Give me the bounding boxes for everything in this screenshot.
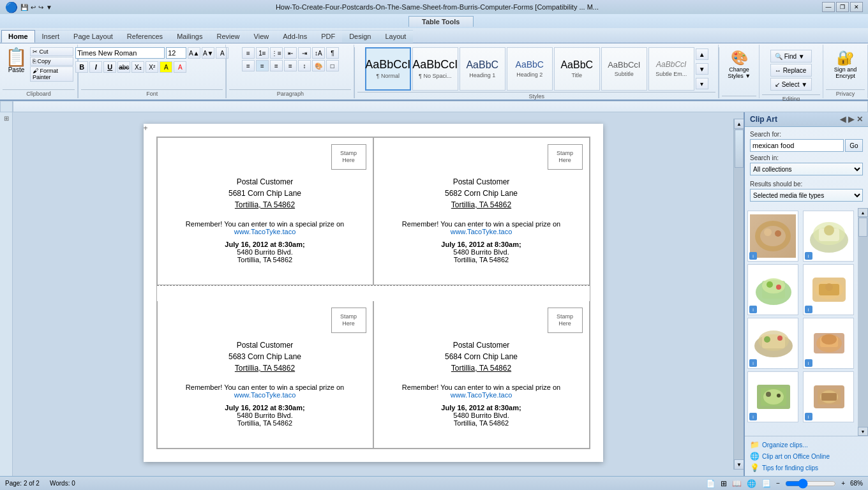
organize-clips-link[interactable]: 📁 Organize clips... (750, 439, 863, 450)
clip-item-6[interactable]: i (803, 318, 854, 369)
url-link-3[interactable]: www.TacoTyke.taco (234, 391, 296, 399)
quick-access-redo[interactable]: ↪ (38, 4, 43, 11)
results-scroll-thumb[interactable] (858, 218, 867, 237)
line-spacing-button[interactable]: ↕ (298, 60, 311, 71)
results-type-dropdown[interactable]: Selected media file types (750, 189, 863, 202)
results-scroll-up[interactable]: ▲ (858, 208, 868, 217)
zoom-out-btn[interactable]: − (776, 480, 780, 487)
clip-item-1[interactable]: i (747, 211, 798, 262)
text-highlight-button[interactable]: A (160, 61, 172, 73)
clip-art-back-button[interactable]: ◀ (840, 115, 846, 124)
multilevel-list-button[interactable]: ⋮≡ (270, 47, 283, 59)
clip-item-5[interactable]: i (747, 318, 798, 369)
subscript-button[interactable]: X₂ (131, 61, 144, 73)
vscroll-up[interactable]: ▲ (734, 119, 744, 129)
styles-scroll-down[interactable]: ▼ (696, 63, 708, 75)
url-link-1[interactable]: www.TacoTyke.taco (234, 228, 296, 235)
clip-art-forward-button[interactable]: ▶ (848, 115, 854, 124)
results-scroll-down[interactable]: ▼ (858, 427, 868, 436)
clip-item-2[interactable]: i (803, 211, 854, 262)
view-read-btn[interactable]: 📖 (732, 479, 742, 488)
font-grow-button[interactable]: A▲ (188, 47, 200, 59)
url-link-4[interactable]: www.TacoTyke.taco (451, 391, 513, 399)
view-print-btn[interactable]: 📄 (706, 479, 715, 488)
quick-access-undo[interactable]: ↩ (31, 4, 36, 11)
quick-access-save[interactable]: 💾 (20, 4, 28, 11)
tips-link[interactable]: 💡 Tips for finding clips (750, 462, 863, 473)
bold-button[interactable]: B (75, 61, 88, 73)
font-name-input[interactable] (75, 47, 165, 59)
font-color-button[interactable]: A (174, 61, 186, 73)
copy-button[interactable]: ⎘ Copy (30, 57, 73, 66)
clip-item-4[interactable]: i (803, 264, 854, 315)
styles-scroll-up[interactable]: ▲ (696, 48, 708, 60)
quick-access-more[interactable]: ▼ (46, 4, 52, 11)
tab-references[interactable]: References (120, 30, 170, 43)
tab-pdf[interactable]: PDF (314, 30, 342, 43)
clip-art-close-button[interactable]: ✕ (857, 115, 863, 124)
search-input[interactable] (750, 139, 844, 152)
restore-button[interactable]: ❐ (836, 2, 849, 12)
justify-button[interactable]: ≡ (284, 60, 297, 71)
office-online-link[interactable]: 🌐 Clip art on Office Online (750, 450, 863, 462)
tab-insert[interactable]: Insert (35, 30, 67, 43)
cut-button[interactable]: ✂ Cut (30, 47, 73, 56)
minimize-button[interactable]: — (822, 2, 835, 12)
clip-item-7[interactable]: i (747, 371, 798, 422)
view-draft-btn[interactable]: 📃 (761, 479, 771, 488)
align-left-button[interactable]: ≡ (242, 60, 255, 71)
vscroll-down[interactable]: ▼ (734, 459, 744, 470)
tab-view[interactable]: View (247, 30, 276, 43)
find-button[interactable]: 🔍 Find ▼ (770, 50, 812, 63)
select-button[interactable]: ↙ Select ▼ (770, 78, 812, 91)
tab-page-layout[interactable]: Page Layout (66, 30, 120, 43)
view-toggle-icon[interactable]: ⊞ (4, 115, 9, 122)
superscript-button[interactable]: X² (146, 61, 158, 73)
vscroll-thumb[interactable] (735, 130, 744, 168)
style-no-spacing[interactable]: AaBbCcI ¶ No Spaci... (412, 47, 458, 91)
tab-home[interactable]: Home (1, 30, 35, 43)
style-heading1[interactable]: AaBbC Heading 1 (460, 47, 505, 91)
paste-button[interactable]: 📋 Paste (4, 47, 29, 75)
bullets-button[interactable]: ≡ (242, 47, 255, 59)
search-in-dropdown[interactable]: All collections (750, 163, 863, 175)
shading-button[interactable]: 🎨 (312, 60, 325, 71)
zoom-slider[interactable] (785, 479, 836, 489)
tab-add-ins[interactable]: Add-Ins (276, 30, 314, 43)
document-area[interactable]: + StampHere Postal Customer 5681 Corn Ch… (13, 112, 744, 476)
sign-encrypt-button[interactable]: 🔐 Sign andEncrypt (828, 47, 863, 82)
style-title[interactable]: AaBbC Title (554, 47, 600, 91)
zoom-in-btn[interactable]: + (841, 480, 845, 487)
clip-item-8[interactable]: i (803, 371, 854, 422)
url-link-2[interactable]: www.TacoTyke.taco (451, 228, 513, 235)
replace-button[interactable]: ↔ Replace (770, 64, 812, 77)
underline-button[interactable]: U (103, 61, 116, 73)
go-button[interactable]: Go (845, 139, 863, 152)
italic-button[interactable]: I (89, 61, 102, 73)
style-subtitle[interactable]: AaBbCcI Subtitle (601, 47, 647, 91)
font-size-input[interactable] (166, 47, 186, 59)
show-hide-button[interactable]: ¶ (326, 47, 339, 59)
change-styles-button[interactable]: 🎨 ChangeStyles ▼ (722, 47, 757, 82)
view-web-btn[interactable]: 🌐 (747, 479, 756, 488)
font-shrink-button[interactable]: A▼ (202, 47, 214, 59)
align-center-button[interactable]: ≡ (256, 60, 269, 71)
align-right-button[interactable]: ≡ (270, 60, 283, 71)
tab-review[interactable]: Review (209, 30, 246, 43)
tab-design[interactable]: Design (342, 30, 378, 43)
borders-button[interactable]: □ (326, 60, 339, 71)
decrease-indent-button[interactable]: ⇤ (284, 47, 297, 59)
clip-item-3[interactable]: i (747, 264, 798, 315)
sort-button[interactable]: ↕A (312, 47, 325, 59)
close-button[interactable]: ✕ (850, 2, 863, 12)
format-painter-button[interactable]: 🖌 Format Painter (30, 66, 73, 82)
tab-mailings[interactable]: Mailings (170, 30, 209, 43)
tab-layout[interactable]: Layout (378, 30, 413, 43)
numbering-button[interactable]: 1≡ (256, 47, 269, 59)
style-subtle-em[interactable]: AaBbCcI Subtle Em... (648, 47, 694, 91)
view-fullscreen-btn[interactable]: ⊞ (721, 479, 727, 488)
increase-indent-button[interactable]: ⇥ (298, 47, 311, 59)
style-heading2[interactable]: AaBbC Heading 2 (507, 47, 553, 91)
style-normal[interactable]: AaBbCcI ¶ Normal (365, 47, 411, 91)
strikethrough-button[interactable]: abc (117, 61, 130, 73)
